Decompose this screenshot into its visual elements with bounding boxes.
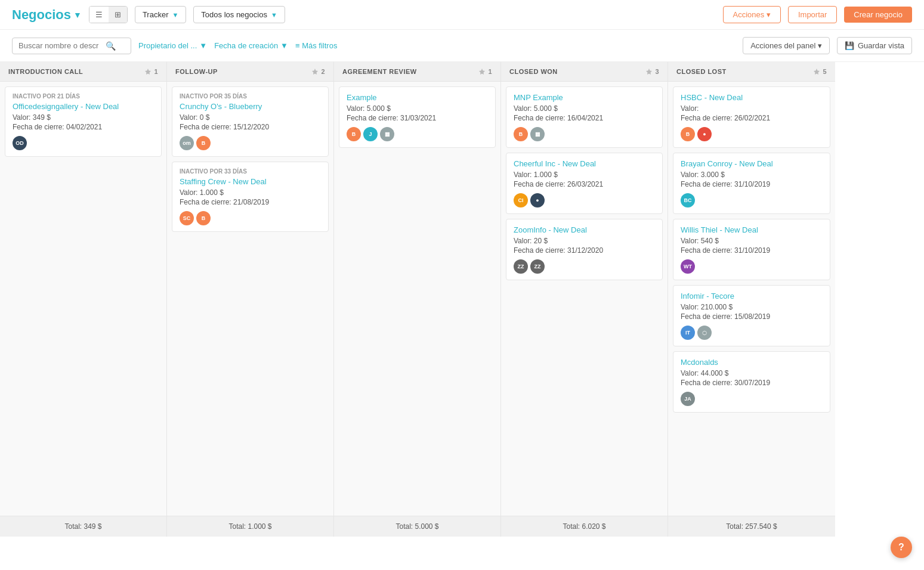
- deal-card[interactable]: Cheerful Inc - New Deal Valor: 1.000 $ F…: [506, 153, 663, 214]
- deal-date: Fecha de cierre: 15/12/2020: [180, 123, 321, 131]
- deal-date: Fecha de cierre: 21/08/2019: [180, 198, 321, 206]
- avatar: J: [363, 127, 378, 141]
- tracker-dropdown[interactable]: Tracker ▼: [135, 6, 186, 23]
- column-title: AGREEMENT REVIEW: [342, 68, 417, 75]
- deal-card[interactable]: Brayan Conroy - New Deal Valor: 3.000 $ …: [673, 153, 830, 214]
- acciones-panel-button[interactable]: Acciones del panel ▾: [743, 37, 830, 54]
- app-title[interactable]: Negocios ▼: [12, 7, 82, 23]
- app-title-chevron: ▼: [73, 10, 82, 20]
- column-title: FOLLOW-UP: [175, 68, 218, 75]
- column-title: CLOSED WON: [509, 68, 558, 75]
- column-cards-agreement_review: Example Valor: 5.000 $ Fecha de cierre: …: [334, 82, 500, 516]
- deal-value: Valor: 1.000 $: [180, 188, 321, 197]
- column-follow_up: FOLLOW-UP 2 INACTIVO POR 35 DÍAS Crunchy…: [167, 62, 334, 537]
- count-icon: [813, 68, 820, 75]
- avatar: B: [347, 127, 361, 141]
- deal-name: Officedesigngallery - New Deal: [13, 102, 154, 111]
- deal-avatars: WT: [681, 259, 823, 274]
- inactive-badge: INACTIVO POR 35 DÍAS: [180, 93, 321, 100]
- column-header-closed_won: CLOSED WON 3: [501, 62, 667, 82]
- deal-avatars: omB: [180, 136, 321, 150]
- column-header-introduction_call: INTRODUCTION CALL 1: [0, 62, 166, 82]
- crear-negocio-button[interactable]: Crear negocio: [844, 7, 912, 23]
- column-cards-closed_won: MNP Example Valor: 5.000 $ Fecha de cier…: [501, 82, 667, 516]
- deal-date: Fecha de cierre: 15/08/2019: [681, 312, 823, 321]
- column-header-agreement_review: AGREEMENT REVIEW 1: [334, 62, 500, 82]
- mas-filtros-button[interactable]: ≡ Más filtros: [295, 41, 337, 50]
- deal-avatars: B▦: [514, 127, 655, 141]
- deal-card[interactable]: INACTIVO POR 35 DÍAS Crunchy O's - Blueb…: [172, 86, 329, 157]
- deal-card[interactable]: MNP Example Valor: 5.000 $ Fecha de cier…: [506, 86, 663, 148]
- propietario-filter[interactable]: Propietario del ... ▼: [138, 41, 207, 50]
- column-footer-follow_up: Total: 1.000 $: [167, 516, 333, 537]
- deal-card[interactable]: INACTIVO POR 33 DÍAS Staffing Crew - New…: [172, 162, 329, 232]
- search-input[interactable]: [18, 41, 102, 50]
- deal-name: Staffing Crew - New Deal: [180, 177, 321, 186]
- save-icon: 💾: [845, 41, 854, 50]
- grid-view-button[interactable]: ⊞: [109, 7, 127, 23]
- deal-name: Mcdonalds: [681, 358, 823, 367]
- avatar: OD: [13, 136, 27, 150]
- column-count: 5: [813, 68, 827, 75]
- tracker-chevron: ▼: [172, 11, 178, 18]
- column-footer-closed_lost: Total: 257.540 $: [668, 516, 835, 537]
- column-count: 2: [311, 68, 325, 75]
- deal-name: Crunchy O's - Blueberry: [180, 102, 321, 111]
- deal-date: Fecha de cierre: 30/07/2019: [681, 379, 823, 387]
- column-agreement_review: AGREEMENT REVIEW 1 Example Valor: 5.000 …: [334, 62, 501, 537]
- deal-value: Valor: 1.000 $: [514, 171, 655, 179]
- column-title: INTRODUCTION CALL: [8, 68, 83, 75]
- business-filter-dropdown[interactable]: Todos los negocios ▼: [193, 6, 285, 23]
- deal-date: Fecha de cierre: 31/12/2020: [514, 246, 655, 255]
- fecha-filter[interactable]: Fecha de creación ▼: [214, 41, 288, 50]
- inactive-badge: INACTIVO POR 33 DÍAS: [180, 168, 321, 175]
- deal-avatars: JA: [681, 392, 823, 406]
- column-footer-closed_won: Total: 6.020 $: [501, 516, 667, 537]
- deal-value: Valor: 5.000 $: [514, 104, 655, 113]
- deal-value: Valor: 0 $: [180, 113, 321, 122]
- deal-value: Valor: 3.000 $: [681, 171, 823, 179]
- avatar: ◌: [697, 326, 712, 340]
- avatar: ▦: [380, 127, 394, 141]
- propietario-chevron: ▼: [199, 41, 207, 50]
- count-icon: [645, 68, 653, 75]
- avatar: B: [514, 127, 528, 141]
- avatar: ●: [697, 127, 712, 141]
- deal-date: Fecha de cierre: 26/03/2021: [514, 180, 655, 188]
- deal-name: Cheerful Inc - New Deal: [514, 159, 655, 168]
- deal-avatars: ZZZZ: [514, 259, 655, 274]
- deal-name: ZoomInfo - New Deal: [514, 225, 655, 234]
- deal-avatars: OD: [13, 136, 154, 150]
- filter-bar: 🔍 Propietario del ... ▼ Fecha de creació…: [0, 30, 924, 62]
- avatar: WT: [681, 259, 695, 274]
- deal-card[interactable]: INACTIVO POR 21 DÍAS Officedesigngallery…: [5, 86, 162, 157]
- deal-name: MNP Example: [514, 93, 655, 102]
- guardar-vista-button[interactable]: 💾 Guardar vista: [837, 37, 912, 54]
- column-count: 1: [144, 68, 158, 75]
- deal-date: Fecha de cierre: 26/02/2021: [681, 114, 823, 122]
- deal-avatars: BC: [681, 193, 823, 207]
- column-header-follow_up: FOLLOW-UP 2: [167, 62, 333, 82]
- view-toggle: ☰ ⊞: [89, 6, 128, 23]
- deal-card[interactable]: Infomir - Tecore Valor: 210.000 $ Fecha …: [673, 285, 830, 346]
- importar-button[interactable]: Importar: [788, 6, 837, 23]
- deal-value: Valor:: [681, 104, 823, 113]
- column-closed_won: CLOSED WON 3 MNP Example Valor: 5.000 $ …: [501, 62, 668, 537]
- deal-value: Valor: 210.000 $: [681, 303, 823, 311]
- acciones-button[interactable]: Acciones ▾: [723, 6, 781, 23]
- avatar: B: [196, 136, 211, 150]
- deal-avatars: CI●: [514, 193, 655, 207]
- avatar: ▦: [530, 127, 545, 141]
- deal-date: Fecha de cierre: 31/03/2021: [347, 114, 488, 122]
- column-closed_lost: CLOSED LOST 5 HSBC - New Deal Valor: Fec…: [668, 62, 835, 537]
- deal-card[interactable]: Example Valor: 5.000 $ Fecha de cierre: …: [339, 86, 496, 148]
- deal-card[interactable]: ZoomInfo - New Deal Valor: 20 $ Fecha de…: [506, 219, 663, 280]
- deal-card[interactable]: HSBC - New Deal Valor: Fecha de cierre: …: [673, 86, 830, 148]
- column-header-closed_lost: CLOSED LOST 5: [668, 62, 835, 82]
- avatar: SC: [180, 211, 194, 225]
- deal-card[interactable]: Willis Thiel - New Deal Valor: 540 $ Fec…: [673, 219, 830, 280]
- deal-name: Example: [347, 93, 488, 102]
- deal-card[interactable]: Mcdonalds Valor: 44.000 $ Fecha de cierr…: [673, 351, 830, 413]
- fecha-chevron: ▼: [280, 41, 288, 50]
- list-view-button[interactable]: ☰: [89, 7, 109, 23]
